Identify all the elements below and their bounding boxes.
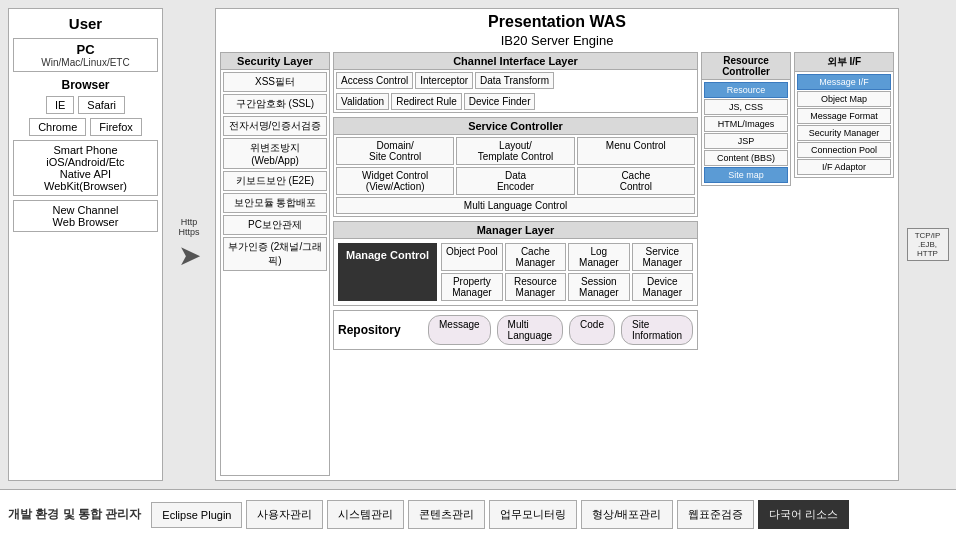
- js-css: JS, CSS: [704, 99, 788, 115]
- sec-keyboard: 키보드보안 (E2E): [223, 171, 327, 191]
- cache-control: CacheControl: [577, 167, 695, 195]
- ml-title: Manager Layer: [334, 222, 697, 239]
- safari-btn[interactable]: Safari: [78, 96, 125, 114]
- if-adaptor: I/F Adaptor: [797, 159, 891, 175]
- chrome-btn[interactable]: Chrome: [29, 118, 86, 136]
- channel-row2: Validation Redirect Rule Device Finder: [334, 91, 697, 112]
- tcp-label: TCP/IP.EJB,HTTP: [907, 228, 949, 261]
- new-channel-sub: Web Browser: [16, 216, 155, 228]
- manager-layer: Manager Layer Manage Control Object Pool…: [333, 221, 698, 306]
- user-panel: User PC Win/Mac/Linux/ETC Browser IE Saf…: [8, 8, 163, 481]
- resource-manager: Resource Manager: [505, 273, 566, 301]
- smartphone-sub3: WebKit(Browser): [16, 180, 155, 192]
- domain-site: Domain/Site Control: [336, 137, 454, 165]
- sec-ssl: 구간암호화 (SSL): [223, 94, 327, 114]
- security-title: Security Layer: [221, 53, 329, 70]
- log-manager: Log Manager: [568, 243, 629, 271]
- validation: Validation: [336, 93, 389, 110]
- btn-content[interactable]: 콘텐츠관리: [408, 500, 485, 529]
- main-wrapper: User PC Win/Mac/Linux/ETC Browser IE Saf…: [0, 0, 956, 539]
- sc-title: Service Controller: [334, 118, 697, 135]
- was-inner: Security Layer XSS필터 구간암호화 (SSL) 전자서명/인증…: [220, 52, 894, 476]
- firefox-btn[interactable]: Firefox: [90, 118, 142, 136]
- channel-title: Channel Interface Layer: [334, 53, 697, 70]
- top-section: User PC Win/Mac/Linux/ETC Browser IE Saf…: [0, 0, 956, 489]
- object-map: Object Map: [797, 91, 891, 107]
- repo-multilang: Multi Language: [497, 315, 564, 345]
- layout-template: Layout/Template Control: [456, 137, 574, 165]
- security-layer: Security Layer XSS필터 구간암호화 (SSL) 전자서명/인증…: [220, 52, 330, 476]
- middle-section: Channel Interface Layer Access Control I…: [333, 52, 698, 476]
- jsp: JSP: [704, 133, 788, 149]
- ml-grid: Object Pool Cache Manager Log Manager Se…: [441, 243, 693, 301]
- content-bbs: Content (BBS): [704, 150, 788, 166]
- device-finder: Device Finder: [464, 93, 536, 110]
- server-engine-title: IB20 Server Engine: [220, 33, 894, 48]
- eif-items: Message I/F Object Map Message Format Se…: [795, 72, 893, 177]
- browser-label: Browser: [61, 78, 109, 92]
- sec-tamper: 위변조방지 (Web/App): [223, 138, 327, 169]
- repo-title: Repository: [338, 323, 418, 337]
- redirect-rule: Redirect Rule: [391, 93, 462, 110]
- message-format: Message Format: [797, 108, 891, 124]
- interceptor: Interceptor: [415, 72, 473, 89]
- security-items: XSS필터 구간암호화 (SSL) 전자서명/인증서검증 위변조방지 (Web/…: [221, 70, 329, 273]
- resource-area: ResourceController Resource JS, CSS HTML…: [701, 52, 791, 476]
- repo-items: Message Multi Language Code Site Informa…: [428, 315, 693, 345]
- sec-extra: 부가인증 (2채널/그래픽): [223, 237, 327, 271]
- repository: Repository Message Multi Language Code S…: [333, 310, 698, 350]
- btn-user[interactable]: 사용자관리: [246, 500, 323, 529]
- message-if: Message I/F: [797, 74, 891, 90]
- site-map: Site map: [704, 167, 788, 183]
- connection-pool: Connection Pool: [797, 142, 891, 158]
- smartphone-label: Smart Phone: [16, 144, 155, 156]
- pc-label: PC: [16, 42, 155, 57]
- was-title: Presentation WAS: [220, 13, 894, 31]
- manage-control-button[interactable]: Manage Control: [338, 243, 437, 301]
- tcp-area: TCP/IP.EJB,HTTP: [905, 8, 950, 481]
- data-transform: Data Transform: [475, 72, 554, 89]
- user-title: User: [69, 15, 102, 32]
- http-label: HttpHttps: [178, 217, 199, 237]
- sc-grid: Domain/Site Control Layout/Template Cont…: [334, 135, 697, 216]
- repo-message: Message: [428, 315, 491, 345]
- arrow-icon: ➤: [178, 239, 201, 272]
- service-controller: Service Controller Domain/Site Control L…: [333, 117, 698, 217]
- data-encoder: DataEncoder: [456, 167, 574, 195]
- btn-webstandard[interactable]: 웹표준검증: [677, 500, 754, 529]
- smartphone-box: Smart Phone iOS/Android/Etc Native API W…: [13, 140, 158, 196]
- smartphone-sub2: Native API: [16, 168, 155, 180]
- arrow-area: HttpHttps ➤: [169, 8, 209, 481]
- object-pool: Object Pool: [441, 243, 502, 271]
- eif-title: 외부 I/F: [795, 53, 893, 72]
- btn-eclipse[interactable]: Eclipse Plugin: [151, 502, 242, 528]
- toolbar-label: 개발 환경 및 통합 관리자: [8, 506, 141, 523]
- session-manager: Session Manager: [568, 273, 629, 301]
- access-control: Access Control: [336, 72, 413, 89]
- external-area: 외부 I/F Message I/F Object Map Message Fo…: [794, 52, 894, 476]
- pc-sub: Win/Mac/Linux/ETC: [16, 57, 155, 68]
- property-manager: Property Manager: [441, 273, 502, 301]
- btn-system[interactable]: 시스템관리: [327, 500, 404, 529]
- resource-item: Resource: [704, 82, 788, 98]
- rc-title: ResourceController: [702, 53, 790, 80]
- btn-deploy[interactable]: 형상/배포관리: [581, 500, 672, 529]
- menu-control: Menu Control: [577, 137, 695, 165]
- rc-items: Resource JS, CSS HTML/Images JSP Content…: [702, 80, 790, 185]
- was-panel: Presentation WAS IB20 Server Engine Secu…: [215, 8, 899, 481]
- btn-monitor[interactable]: 업무모니터링: [489, 500, 577, 529]
- new-channel-box: New Channel Web Browser: [13, 200, 158, 232]
- channel-row1: Access Control Interceptor Data Transfor…: [334, 70, 697, 91]
- security-manager-eif: Security Manager: [797, 125, 891, 141]
- ml-content: Manage Control Object Pool Cache Manager…: [334, 239, 697, 305]
- sec-cert: 전자서명/인증서검증: [223, 116, 327, 136]
- device-manager: Device Manager: [632, 273, 693, 301]
- repo-code: Code: [569, 315, 615, 345]
- browser-row: IE Safari: [46, 96, 125, 114]
- new-channel-label: New Channel: [16, 204, 155, 216]
- external-if: 외부 I/F Message I/F Object Map Message Fo…: [794, 52, 894, 178]
- ie-btn[interactable]: IE: [46, 96, 74, 114]
- sec-pc: PC보안관제: [223, 215, 327, 235]
- cache-manager: Cache Manager: [505, 243, 566, 271]
- btn-multilang[interactable]: 다국어 리소스: [758, 500, 849, 529]
